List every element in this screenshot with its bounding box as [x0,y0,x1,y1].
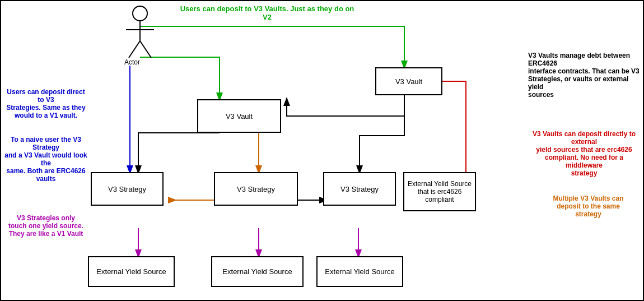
v3-strategy-right: V3 Strategy [323,172,396,206]
right-orange-annotation: Multiple V3 Vaults can deposit to the sa… [536,195,640,218]
left-blue-annotation-2: To a naive user the V3 Strategy and a V3… [4,136,88,183]
left-purple-annotation: V3 Strategies only touch one yield sourc… [4,214,88,238]
actor-label: Actor [124,58,140,66]
right-red-annotation: V3 Vaults can deposit directly to extern… [528,130,640,177]
top-green-annotation: Users can deposit to V3 Vaults. Just as … [169,4,365,21]
ext-yield-right: External Yield Source [316,256,403,287]
external-erc4626-box: External Yeild Source that is erc4626 co… [403,172,476,211]
diagram: Actor Users can deposit to V3 Vaults. Ju… [0,0,644,301]
ext-yield-left: External Yield Source [88,256,175,287]
svg-line-3 [129,41,140,58]
v3-strategy-mid: V3 Strategy [214,172,298,206]
v3-vault-mid: V3 Vault [197,99,281,133]
v3-strategy-left: V3 Strategy [91,172,164,206]
left-blue-annotation-1: Users can deposit direct to V3 Strategie… [4,88,88,119]
v3-vault-top: V3 Vault [375,67,442,95]
actor-figure [123,6,157,66]
right-info-annotation: V3 Vaults manage debt between ERC4626 in… [528,52,640,99]
svg-line-4 [140,41,151,58]
actor-head [132,6,148,21]
ext-yield-mid: External Yield Source [211,256,304,287]
